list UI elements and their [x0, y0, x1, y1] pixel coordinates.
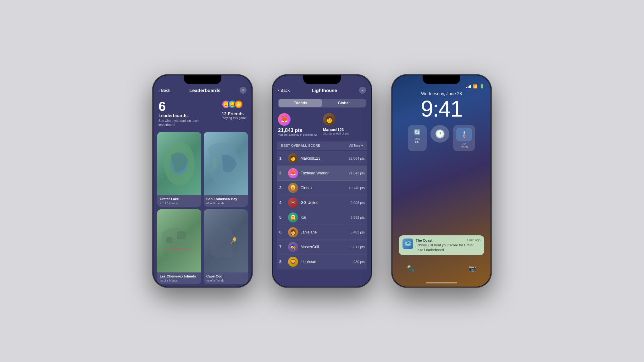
lockscreen-widgets: 🔄 5:56PM 🕐 🌡️ 72°52 89: [392, 120, 491, 156]
chevron-left-icon-2: ‹: [278, 88, 279, 93]
map-rank-cape-cod: #3 of 8 friends: [206, 279, 245, 282]
map-name-les-cheneaux: Les Cheneaux Islands: [160, 274, 199, 278]
rank-4: 4: [279, 200, 286, 205]
avatar-marcus: 🧑: [288, 153, 298, 163]
nav-bar-2: ‹ Back Lighthouse ×: [273, 84, 371, 96]
notif-message: Johnny just beat your score for Crater L…: [416, 243, 480, 252]
map-card-cape-cod[interactable]: Cape Cod #3 of 8 friends: [204, 209, 248, 284]
lb-row-3[interactable]: 3 👱 Cloeax 19,740 pts: [277, 181, 367, 195]
close-button-1[interactable]: ×: [240, 87, 247, 94]
current-player-avatar: 🦊: [278, 113, 291, 126]
activity-icon: 🔄: [413, 128, 422, 136]
home-indicator: [426, 282, 457, 283]
avatar-master: 🧙: [288, 242, 298, 252]
player-name-5: Kai: [301, 215, 351, 220]
map-info-cape-cod: Cape Cod #3 of 8 friends: [204, 272, 248, 284]
friend-avatar-3: 😁: [234, 100, 243, 109]
notch-3: [423, 75, 460, 84]
activity-time: 5:56PM: [414, 137, 420, 144]
chevron-down-icon: ▾: [361, 144, 363, 147]
player-name-3: Cloeax: [301, 186, 349, 190]
lb-row-1[interactable]: 1 🧑 Marcus!123 22,064 pts: [277, 151, 367, 166]
player-pts-2: 21,843 pts: [349, 171, 365, 175]
camera-icon[interactable]: 📷: [467, 263, 478, 274]
widget-clock: 🕐: [430, 125, 449, 143]
rank-8: 8: [279, 259, 286, 264]
current-player: 🦊 21,843 pts You are currently in positi…: [278, 113, 317, 137]
friend-avatars: 🙂 😊 😁: [222, 100, 241, 109]
lb-row-7[interactable]: 7 🧙 MasterGrill 3,017 pts: [277, 240, 367, 255]
signal-icon: [466, 85, 471, 88]
map-image-sf-bay: [204, 132, 248, 195]
top-players: 🦊 21,843 pts You are currently in positi…: [273, 110, 371, 140]
temp-icon: 🌡️: [456, 128, 472, 141]
lb-row-6[interactable]: 6 👩 Janiejane 5,483 pts: [277, 225, 367, 240]
lighthouse-screen: ‹ Back Lighthouse × Friends Global 🦊 21,…: [273, 75, 371, 287]
tab-global[interactable]: Global: [322, 99, 365, 107]
map-info-crater-lake: Crater Lake #1 of 8 friends: [157, 195, 201, 207]
tab-friends[interactable]: Friends: [279, 99, 322, 107]
map-grid: Crater Lake #1 of 8 friends San Francisc…: [153, 129, 252, 287]
lb-number: 6: [158, 100, 215, 113]
current-player-sub: You are currently in position #2: [278, 133, 317, 137]
map-name-cape-cod: Cape Cod: [206, 274, 245, 278]
notch-1: [184, 75, 221, 84]
map-card-sf-bay[interactable]: San Francisco Bay #2 of 8 friends: [204, 132, 248, 207]
status-bar: 📶 🔋: [392, 84, 491, 89]
map-name-sf-bay: San Francisco Bay: [206, 197, 245, 201]
player-name-2: Foxhead Warrior: [301, 171, 349, 175]
flashlight-icon[interactable]: 🔦: [405, 263, 416, 274]
back-button-2[interactable]: ‹ Back: [278, 88, 290, 93]
wifi-icon: 📶: [473, 84, 478, 89]
nav-title-1: Leaderboards: [189, 88, 220, 93]
next-player-sub: 221 pts ahead of you: [323, 132, 349, 136]
player-pts-8: 930 pts: [353, 260, 365, 264]
rank-5: 5: [279, 215, 286, 220]
friends-section: 🙂 😊 😁 12 Friends Playing this game: [222, 100, 247, 127]
map-card-crater-lake[interactable]: Crater Lake #1 of 8 friends: [157, 132, 201, 207]
avatar-lion: 🦁: [288, 257, 298, 267]
phone-leaderboards: ‹ Back Leaderboards × 6 Leaderboards See…: [152, 74, 253, 288]
map-info-les-cheneaux: Les Cheneaux Islands #5 of 8 friends: [157, 272, 201, 284]
phone-lighthouse: ‹ Back Lighthouse × Friends Global 🦊 21,…: [272, 74, 372, 288]
lb-row-8[interactable]: 8 🦁 Lionheart 930 pts: [277, 255, 367, 269]
notification-banner[interactable]: 🗺️ The Coast 1 min ago Johnny just beat …: [399, 235, 484, 255]
game-icon: 🗺️: [404, 240, 411, 247]
back-label-1: Back: [161, 88, 170, 93]
player-name-7: MasterGrill: [301, 245, 351, 249]
player-name-6: Janiejane: [301, 230, 351, 234]
player-name-4: GG United: [301, 200, 351, 205]
close-button-2[interactable]: ×: [359, 87, 366, 94]
close-icon-1: ×: [242, 88, 244, 92]
rank-7: 7: [279, 244, 286, 249]
lockscreen-time: 9:41: [392, 97, 491, 120]
leaderboards-screen: ‹ Back Leaderboards × 6 Leaderboards See…: [153, 75, 252, 287]
lb-row-4[interactable]: 4 🎮 GG United 9,998 pts: [277, 195, 367, 210]
lb-row-2[interactable]: 2 🦊 Foxhead Warrior 21,843 pts: [277, 166, 367, 181]
lockscreen-date: Wednesday, June 28: [392, 91, 491, 96]
time-filter[interactable]: All Time ▾: [349, 144, 363, 147]
next-player-avatar: 🧑: [323, 113, 336, 126]
back-label-2: Back: [280, 88, 290, 93]
next-player: 🧑 Marcus!123 221 pts ahead of you: [323, 113, 349, 137]
friends-count: 12 Friends: [222, 111, 244, 116]
player-pts-6: 5,483 pts: [351, 230, 365, 234]
map-card-les-cheneaux[interactable]: Les Cheneaux Islands #5 of 8 friends: [157, 209, 201, 284]
friends-sublabel: Playing this game: [222, 116, 247, 120]
back-button-1[interactable]: ‹ Back: [158, 88, 170, 93]
avatar-kai: 🧝: [288, 212, 298, 222]
nav-title-2: Lighthouse: [312, 88, 337, 93]
lockscreen: 📶 🔋 Wednesday, June 28 9:41 🔄 5:56PM 🕐 🌡…: [392, 75, 491, 287]
avatar-foxhead: 🦊: [288, 168, 298, 178]
current-player-pts: 21,843 pts: [278, 128, 317, 133]
lb-row-5[interactable]: 5 🧝 Kai 6,582 pts: [277, 210, 367, 225]
notif-content: The Coast 1 min ago Johnny just beat you…: [416, 239, 480, 252]
rank-6: 6: [279, 230, 286, 234]
map-image-les-cheneaux: [157, 209, 201, 272]
chevron-left-icon: ‹: [158, 88, 160, 93]
clock-icon: 🕐: [435, 129, 445, 139]
temp-value: 72°52 89: [461, 142, 468, 149]
player-pts-3: 19,740 pts: [349, 186, 365, 190]
svg-rect-2: [166, 237, 173, 243]
rank-2: 2: [279, 171, 286, 175]
